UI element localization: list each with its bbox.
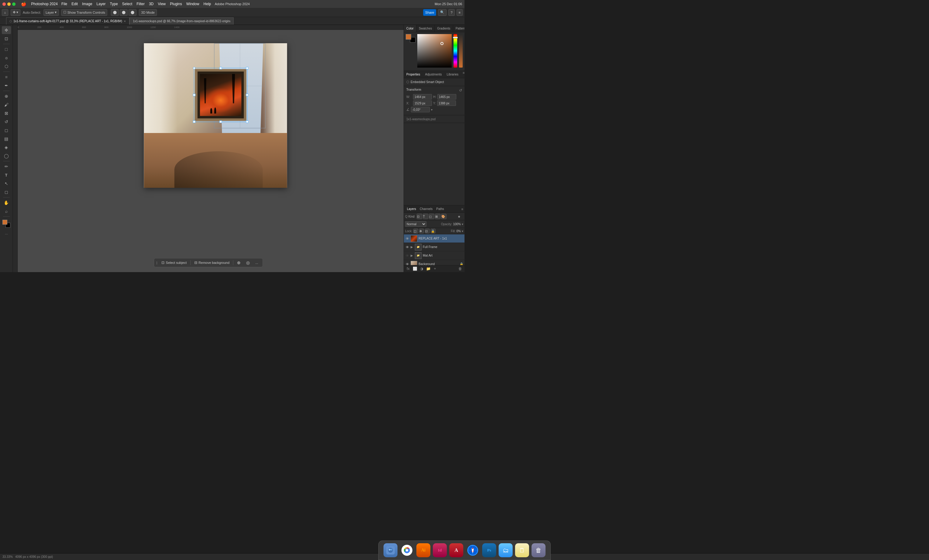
menu-plugins[interactable]: Plugins [170,2,182,6]
auto-select-dropdown[interactable]: Layer ▾ [44,9,59,16]
opacity-dropdown[interactable]: ▾ [462,222,463,226]
angle-dropdown[interactable]: ▾ [431,108,432,112]
filter-pixel-btn[interactable]: ⊡ [417,214,422,219]
apple-menu[interactable]: 🍎 [21,2,26,6]
canvas-area[interactable]: 0200400600800100012001400 [13,25,403,272]
layer-item-full-frame[interactable]: 👁 ▶ 📁 Full Frame [404,243,464,251]
handle-bl[interactable] [193,121,195,123]
y-input[interactable] [437,101,456,106]
type-tool[interactable]: T [2,171,11,179]
tab-paths[interactable]: Paths [434,207,446,211]
tab-layers[interactable]: Layers [405,207,418,211]
pen-tool[interactable]: ✏ [2,162,11,170]
maximize-button[interactable] [12,2,15,6]
gradient-tool[interactable]: ▤ [2,135,11,143]
menu-image[interactable]: Image [82,2,92,6]
share-button[interactable]: Share [423,9,436,16]
layer-3-visibility[interactable]: 👁 [405,254,409,258]
select-subject-btn[interactable]: ⊡ Select subject [159,259,188,266]
help-btn[interactable]: ? [448,9,454,16]
tab-1-close[interactable]: ✕ [124,20,126,23]
menu-layer[interactable]: Layer [97,2,106,6]
menu-file[interactable]: File [61,2,67,6]
rect-marquee-tool[interactable]: □ [2,45,11,53]
hand-tool[interactable]: ✋ [2,199,11,207]
h-input[interactable] [437,94,456,99]
menu-photoshop[interactable]: Photoshop 2024 [31,2,58,6]
add-adjustment-btn[interactable]: ◑ [419,266,424,271]
tab-gradients[interactable]: Gradients [435,25,453,32]
tab-color[interactable]: Color [404,25,416,32]
transform-reset-icon[interactable]: ↺ [459,88,462,93]
tab-patterns[interactable]: Patterns [453,25,464,32]
properties-panel-menu[interactable]: ≡ [461,71,464,78]
foreground-color-box[interactable] [406,34,411,40]
layer-4-visibility[interactable]: 👁 [405,262,409,265]
filter-shape-btn[interactable]: ◻ [429,214,434,219]
tab-libraries[interactable]: Libraries [445,71,461,78]
layer-3-expand[interactable]: ▶ [411,254,413,257]
fill-dropdown[interactable]: ▾ [462,230,463,233]
lasso-tool[interactable]: ⌾ [2,54,11,62]
show-transform-btn[interactable]: ☐ Show Transform Controls [61,9,107,16]
fg-bg-color-swatch[interactable] [2,219,11,228]
align-center-btn[interactable]: ⬤ [120,9,127,16]
history-brush-tool[interactable]: ↺ [2,118,11,126]
x-input[interactable] [413,101,432,106]
blur-tool[interactable]: ◈ [2,143,11,151]
tab-swatches[interactable]: Swatches [416,25,435,32]
menu-filter[interactable]: Filter [136,2,145,6]
tab-adjustments[interactable]: Adjustments [423,71,445,78]
filter-toggle-btn[interactable]: ● [458,214,463,219]
layer-1-visibility[interactable]: 👁 [405,237,409,241]
add-group-btn[interactable]: 📁 [426,266,431,271]
panel-toggle-btn[interactable]: ≡ [457,9,463,16]
layer-2-visibility[interactable]: 👁 [405,245,409,249]
ctx-icon2-btn[interactable]: ◎ [244,259,251,266]
home-button[interactable]: ⌂ [2,9,8,16]
menu-type[interactable]: Type [110,2,118,6]
close-button[interactable] [2,2,6,6]
move-tool-btn[interactable]: ✥ ▾ [11,9,20,16]
eyedropper-tool[interactable]: ✒ [2,81,11,89]
add-layer-fx-btn[interactable]: fx [406,266,411,271]
hue-strip[interactable] [454,34,457,67]
align-left-btn[interactable]: ⬤ [111,9,119,16]
lock-position-btn[interactable]: ✥ [419,229,424,233]
filter-color-btn[interactable]: 🎨 [441,214,446,219]
fg-bg-swatches[interactable] [406,34,415,43]
w-input[interactable] [413,94,432,99]
align-right-btn[interactable]: ⬤ [129,9,136,16]
layer-item-background[interactable]: 👁 Background 🔒 [404,260,464,265]
remove-background-btn[interactable]: ⊟ Remove background [193,259,231,266]
add-mask-btn[interactable]: ⬜ [412,266,417,271]
artboard-tool[interactable]: ⊡ [2,35,11,43]
path-select-tool[interactable]: ↖ [2,179,11,187]
filter-smart-btn[interactable]: ⊠ [435,214,440,219]
add-layer-btn[interactable]: + [432,266,437,271]
eraser-tool[interactable]: ◻ [2,126,11,134]
blend-mode-select[interactable]: Normal [405,221,426,227]
ctx-more-btn[interactable]: ... [253,259,260,266]
stamp-tool[interactable]: ⊠ [2,109,11,117]
lock-all-btn[interactable]: 🔒 [431,229,435,233]
more-tools-btn[interactable]: ⋯ [2,230,11,238]
tab-1[interactable]: ⬡ 1x1-frame-curtains-soft-light-0177.psd… [6,17,129,24]
search-btn[interactable]: 🔍 [438,9,446,16]
angle-input[interactable] [411,107,430,112]
shape-tool[interactable]: ◻ [2,188,11,196]
menu-view[interactable]: View [158,2,166,6]
mode-3d-btn[interactable]: 3D Mode [139,9,157,16]
zoom-tool[interactable]: ⌕ [2,207,11,215]
menu-window[interactable]: Window [186,2,199,6]
layer-item-mat-art[interactable]: 👁 ▶ 📁 Mat Art [404,251,464,260]
painting-frame[interactable] [195,69,246,121]
color-gradient-picker[interactable] [417,34,452,67]
dodge-tool[interactable]: ◯ [2,152,11,160]
healing-tool[interactable]: ⊕ [2,92,11,100]
brush-tool[interactable]: 🖌 [2,101,11,109]
layer-item-replace-art[interactable]: 👁 REPLACE ART - 1x1 [404,234,464,243]
ctx-icon1-btn[interactable]: ⊕ [235,259,242,266]
lock-pixels-btn[interactable]: ◫ [413,229,418,233]
move-tool[interactable]: ✥ [2,26,11,34]
